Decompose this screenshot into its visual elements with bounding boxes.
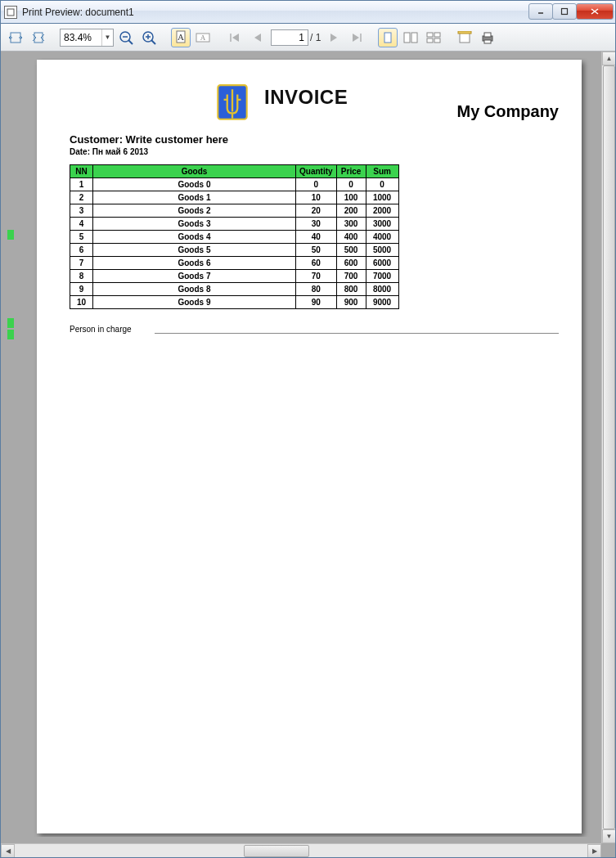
page-setup-button[interactable] [455, 28, 474, 47]
fit-width-button[interactable] [6, 28, 25, 47]
svg-line-19 [151, 40, 155, 44]
page-total: / 1 [310, 32, 321, 43]
svg-rect-33 [427, 33, 433, 37]
table-row: 3Goods 2202002000 [70, 204, 399, 218]
invoice-table: NN Goods Quantity Price Sum 1Goods 00002… [70, 164, 399, 309]
svg-text:A: A [178, 32, 184, 42]
page: INVOICE My Company Customer: Write custo… [37, 60, 582, 833]
edge-marker [7, 318, 14, 328]
minimize-button[interactable] [528, 3, 553, 20]
cell-nn: 5 [70, 231, 93, 244]
svg-rect-32 [411, 33, 417, 43]
table-row: 10Goods 9909009000 [70, 296, 399, 309]
overview-pages-button[interactable] [424, 28, 443, 47]
cell-sum: 2000 [366, 204, 398, 218]
close-button[interactable] [576, 3, 614, 20]
cell-goods: Goods 9 [93, 296, 296, 309]
table-row: 6Goods 5505005000 [70, 244, 399, 257]
facing-pages-button[interactable] [401, 28, 420, 47]
next-page-button[interactable] [324, 28, 344, 47]
prev-page-button[interactable] [248, 28, 268, 47]
col-nn: NN [70, 165, 93, 178]
cell-nn: 9 [70, 283, 93, 296]
cell-price: 100 [336, 191, 366, 204]
app-icon [4, 6, 17, 19]
first-page-button[interactable] [225, 28, 245, 47]
svg-rect-40 [484, 33, 491, 37]
zoom-input[interactable] [61, 30, 101, 45]
svg-rect-36 [434, 38, 440, 43]
svg-marker-28 [353, 34, 359, 42]
cell-sum: 0 [366, 178, 398, 191]
col-sum: Sum [366, 165, 398, 178]
cell-price: 800 [336, 283, 366, 296]
cell-sum: 4000 [366, 231, 398, 244]
print-button[interactable] [478, 28, 497, 47]
col-goods: Goods [93, 165, 296, 178]
portrait-button[interactable]: A [171, 28, 191, 47]
single-page-button[interactable] [378, 28, 398, 47]
cell-sum: 3000 [366, 218, 398, 231]
cell-nn: 1 [70, 178, 93, 191]
toolbar: ▼ A A / 1 [1, 24, 615, 52]
svg-rect-38 [458, 31, 471, 34]
scroll-thumb[interactable] [603, 65, 615, 829]
signature-label: Person in charge [70, 325, 132, 334]
cell-sum: 6000 [366, 257, 398, 270]
preview-canvas[interactable]: INVOICE My Company Customer: Write custo… [7, 58, 595, 837]
svg-marker-27 [330, 34, 337, 42]
cell-qty: 50 [296, 244, 337, 257]
cell-price: 300 [336, 218, 366, 231]
cell-nn: 10 [70, 296, 93, 309]
zoom-dropdown-icon[interactable]: ▼ [101, 29, 113, 46]
col-quantity: Quantity [296, 165, 337, 178]
edge-marker [7, 230, 14, 240]
page-input[interactable] [271, 29, 308, 46]
emblem-icon [215, 83, 250, 124]
cell-price: 600 [336, 257, 366, 270]
document-title: INVOICE [264, 86, 348, 109]
last-page-button[interactable] [347, 28, 366, 47]
cell-qty: 10 [296, 191, 337, 204]
cell-qty: 90 [296, 296, 337, 309]
maximize-button[interactable] [552, 3, 577, 20]
scroll-left-icon[interactable]: ◀ [1, 844, 15, 857]
vertical-scrollbar[interactable]: ▲ ▼ [601, 52, 615, 843]
scroll-up-icon[interactable]: ▲ [602, 52, 615, 65]
table-row: 8Goods 7707007000 [70, 270, 399, 283]
svg-rect-35 [427, 38, 433, 43]
cell-sum: 5000 [366, 244, 398, 257]
cell-price: 700 [336, 270, 366, 283]
scroll-down-icon[interactable]: ▼ [602, 829, 615, 843]
horizontal-scrollbar[interactable]: ◀ ▶ [1, 843, 601, 857]
cell-qty: 0 [296, 178, 337, 191]
cell-price: 200 [336, 204, 366, 218]
page-indicator: / 1 [271, 29, 321, 46]
zoom-out-button[interactable] [117, 28, 137, 47]
svg-text:A: A [200, 34, 206, 42]
edge-marker [7, 330, 14, 339]
svg-rect-34 [434, 33, 440, 37]
table-row: 2Goods 1101001000 [70, 191, 399, 204]
cell-price: 400 [336, 231, 366, 244]
cell-goods: Goods 7 [93, 270, 296, 283]
zoom-in-button[interactable] [140, 28, 160, 47]
cell-goods: Goods 2 [93, 204, 296, 218]
cell-price: 500 [336, 244, 366, 257]
scroll-thumb[interactable] [244, 845, 309, 857]
cell-goods: Goods 1 [93, 191, 296, 204]
zoom-combo[interactable]: ▼ [60, 29, 114, 47]
svg-rect-41 [484, 40, 491, 43]
landscape-button[interactable]: A [194, 28, 214, 47]
fit-page-button[interactable] [29, 28, 48, 47]
cell-nn: 8 [70, 270, 93, 283]
svg-line-15 [128, 40, 133, 44]
svg-marker-26 [254, 34, 261, 42]
table-row: 4Goods 3303003000 [70, 218, 399, 231]
cell-nn: 2 [70, 191, 93, 204]
preview-viewport: INVOICE My Company Customer: Write custo… [1, 52, 615, 857]
scroll-right-icon[interactable]: ▶ [587, 844, 601, 857]
svg-rect-31 [404, 33, 410, 43]
svg-rect-30 [384, 33, 391, 43]
cell-nn: 4 [70, 218, 93, 231]
